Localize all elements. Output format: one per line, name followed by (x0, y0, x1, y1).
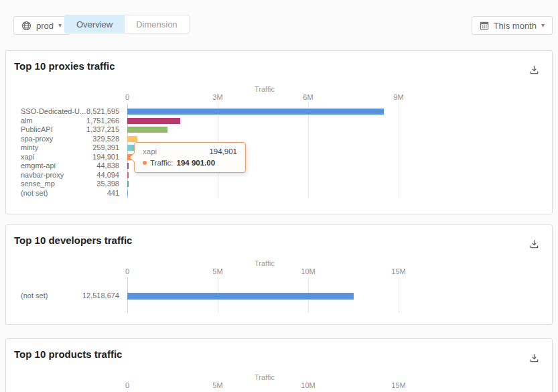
bar--not-set-[interactable] (127, 190, 128, 196)
card-top10-proxies: Top 10 proxies traffic Traffic 03M6M9MSS… (5, 50, 553, 214)
row-value: 44,838 (62, 161, 119, 171)
row-value: 1,751,266 (62, 117, 119, 126)
card-top10-products: Top 10 products traffic Traffic 05M10M15… (5, 338, 553, 392)
proxies-bar-chart: Traffic 03M6M9MSSO-Dedicated-U...8,521,5… (6, 51, 552, 214)
tooltip-title: xapi (143, 147, 157, 155)
date-range-selector[interactable]: This month ▾ (472, 16, 553, 35)
x-tick-label: 3M (203, 93, 232, 101)
tooltip-series-value: 194 901.00 (177, 159, 216, 167)
bar-sso-dedicated-u-[interactable] (127, 109, 384, 115)
toolbar: prod ▾ Overview Dimension This month ▾ (0, 0, 558, 43)
x-tick-label: 0 (113, 381, 142, 389)
row-value: 441 (62, 189, 119, 198)
row-value: 35,398 (62, 180, 119, 189)
axis-title: Traffic (127, 85, 402, 93)
row-value: 44,094 (62, 171, 119, 180)
x-tick-label: 5M (203, 381, 232, 389)
view-tabs: Overview Dimension (64, 15, 190, 34)
bar-navbar-proxy[interactable] (127, 172, 129, 178)
row-value: 259,391 (62, 143, 119, 153)
bar--not-set-[interactable] (127, 293, 354, 300)
caret-down-icon: ▾ (541, 22, 545, 29)
bar-alm[interactable] (127, 118, 180, 124)
x-tick-label: 0 (113, 93, 142, 101)
x-tick-label: 9M (384, 93, 413, 101)
bar-publicapi[interactable] (127, 127, 167, 133)
row-value: 329,528 (62, 135, 119, 144)
row-value: 12,518,674 (62, 291, 119, 301)
x-tick-label: 5M (203, 267, 232, 275)
tab-dimension[interactable]: Dimension (125, 15, 189, 34)
axis-title: Traffic (127, 373, 402, 381)
x-tick-label: 0 (113, 267, 142, 275)
axis-title: Traffic (127, 259, 402, 267)
x-tick-label: 10M (293, 381, 323, 389)
bar-spa-proxy[interactable] (127, 136, 137, 142)
globe-icon (21, 21, 31, 31)
gridline (399, 277, 399, 313)
calendar-icon (480, 21, 489, 30)
chart-tooltip: xapi 194,901 Traffic: 194 901.00 (134, 142, 246, 173)
bar-sense-mp[interactable] (127, 181, 129, 187)
row-value: 8,521,595 (62, 107, 119, 117)
series-dot-icon (143, 161, 147, 165)
x-tick-label: 15M (384, 381, 413, 389)
products-bar-chart: Traffic 05M10M15M (6, 339, 552, 392)
x-tick-label: 15M (384, 267, 413, 275)
environment-label: prod (36, 21, 54, 31)
row-value: 1,337,215 (62, 125, 119, 135)
caret-down-icon: ▾ (58, 22, 62, 29)
environment-selector[interactable]: prod ▾ (13, 16, 70, 35)
bar-emgmt-api[interactable] (127, 163, 129, 169)
x-tick-label: 10M (293, 267, 323, 275)
row-value: 194,901 (62, 153, 119, 162)
card-top10-developers: Top 10 developers traffic Traffic 05M10M… (5, 224, 553, 325)
developers-bar-chart: Traffic 05M10M15M(not set)12,518,674 (6, 225, 552, 324)
tooltip-series-label: Traffic: (150, 159, 173, 167)
tab-overview[interactable]: Overview (64, 15, 125, 34)
gridline (308, 103, 309, 198)
x-tick-label: 6M (293, 93, 323, 101)
gridline (399, 103, 399, 198)
date-range-label: This month (494, 21, 537, 31)
tooltip-value: 194,901 (209, 147, 237, 155)
